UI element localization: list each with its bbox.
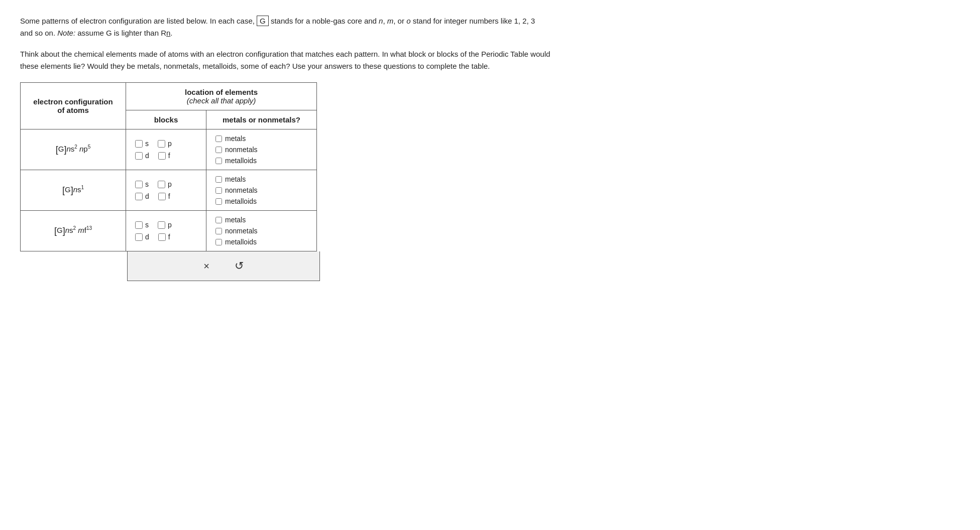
col-header-metals: metals or nonmetals?: [206, 110, 317, 129]
checkbox-nonmetals-3-input[interactable]: [215, 228, 222, 234]
checkbox-metals-3-input[interactable]: [215, 217, 222, 223]
checkbox-d-3[interactable]: d: [135, 233, 149, 241]
intro-section: Some patterns of electron configuration …: [20, 15, 960, 72]
checkbox-metalloids-1[interactable]: metalloids: [215, 157, 307, 165]
checkbox-s-2-input[interactable]: [135, 181, 143, 188]
checkbox-p-1-input[interactable]: [158, 140, 165, 148]
location-subtitle: (check all that apply): [135, 96, 307, 105]
blocks-cell-3: s p d f: [126, 211, 206, 251]
button-row-container: × ↺: [20, 251, 960, 281]
reset-button[interactable]: ↺: [230, 257, 249, 275]
checkbox-d-2-input[interactable]: [135, 193, 143, 200]
checkbox-nonmetals-3[interactable]: nonmetals: [215, 227, 307, 235]
checkbox-p-3[interactable]: p: [158, 221, 172, 229]
blocks-cell-2: s p d f: [126, 170, 206, 211]
checkbox-f-1-input[interactable]: [158, 152, 166, 160]
formula-cell-1: [G]ns2 np5: [21, 129, 126, 170]
metals-cell-2: metals nonmetals metalloids: [206, 170, 317, 211]
checkbox-f-2[interactable]: f: [158, 192, 170, 200]
action-buttons: × ↺: [127, 251, 320, 281]
blocks-cell-1: s p d f: [126, 129, 206, 170]
checkbox-nonmetals-2-input[interactable]: [215, 187, 222, 194]
formula-cell-3: [G]ns2 mf13: [21, 211, 126, 251]
checkbox-metalloids-2[interactable]: metalloids: [215, 197, 307, 205]
table-row: [G]ns2 mf13 s p d: [21, 211, 317, 251]
checkbox-metalloids-2-input[interactable]: [215, 198, 222, 205]
checkbox-s-3[interactable]: s: [135, 221, 149, 229]
n-var: n: [379, 17, 383, 25]
checkbox-s-1[interactable]: s: [135, 140, 149, 148]
table-row: [G]ns1 s p d: [21, 170, 317, 211]
checkbox-f-3-input[interactable]: [158, 233, 166, 241]
table-row: [G]ns2 np5 s p d: [21, 129, 317, 170]
checkbox-metalloids-3-input[interactable]: [215, 239, 222, 245]
checkbox-f-2-input[interactable]: [158, 193, 166, 200]
checkbox-metalloids-3[interactable]: metalloids: [215, 238, 307, 246]
formula-2: [G]ns1: [62, 185, 84, 194]
checkbox-p-2[interactable]: p: [158, 180, 172, 188]
intro-paragraph-1: Some patterns of electron configuration …: [20, 15, 673, 39]
col-header-blocks: blocks: [126, 110, 206, 129]
formula-3: [G]ns2 mf13: [54, 226, 92, 234]
intro-paragraph-2: Think about the chemical elements made o…: [20, 48, 673, 72]
checkbox-metals-3[interactable]: metals: [215, 216, 307, 224]
clear-button[interactable]: ×: [198, 258, 214, 274]
Rn-symbol: Rn: [161, 29, 170, 37]
checkbox-nonmetals-2[interactable]: nonmetals: [215, 186, 307, 194]
checkbox-metals-1[interactable]: metals: [215, 135, 307, 143]
checkbox-p-1[interactable]: p: [158, 140, 172, 148]
checkbox-nonmetals-1[interactable]: nonmetals: [215, 146, 307, 154]
checkbox-metals-1-input[interactable]: [215, 136, 222, 142]
checkbox-d-2[interactable]: d: [135, 192, 149, 200]
metals-cell-3: metals nonmetals metalloids: [206, 211, 317, 251]
checkbox-f-3[interactable]: f: [158, 233, 170, 241]
checkbox-p-2-input[interactable]: [158, 181, 165, 188]
o-var: o: [406, 17, 410, 25]
metals-cell-1: metals nonmetals metalloids: [206, 129, 317, 170]
checkbox-metals-2[interactable]: metals: [215, 175, 307, 183]
checkbox-d-1[interactable]: d: [135, 152, 149, 160]
checkbox-d-3-input[interactable]: [135, 233, 143, 241]
location-title: location of elements: [135, 88, 307, 96]
checkbox-p-3-input[interactable]: [158, 221, 165, 229]
checkbox-s-2[interactable]: s: [135, 180, 149, 188]
formula-cell-2: [G]ns1: [21, 170, 126, 211]
checkbox-metals-2-input[interactable]: [215, 176, 222, 183]
G-bracket-symbol: G: [257, 16, 269, 26]
checkbox-s-1-input[interactable]: [135, 140, 143, 148]
checkbox-metalloids-1-input[interactable]: [215, 158, 222, 164]
checkbox-d-1-input[interactable]: [135, 152, 143, 160]
note-label: Note:: [57, 29, 75, 37]
m-var: m: [387, 17, 394, 25]
main-table: electron configuration of atoms location…: [20, 82, 317, 251]
formula-1: [G]ns2 np5: [56, 145, 91, 153]
col-header-ec: electron configuration of atoms: [21, 83, 126, 129]
col-header-location: location of elements (check all that app…: [126, 83, 317, 110]
checkbox-f-1[interactable]: f: [158, 152, 170, 160]
checkbox-nonmetals-1-input[interactable]: [215, 147, 222, 153]
checkbox-s-3-input[interactable]: [135, 221, 143, 229]
